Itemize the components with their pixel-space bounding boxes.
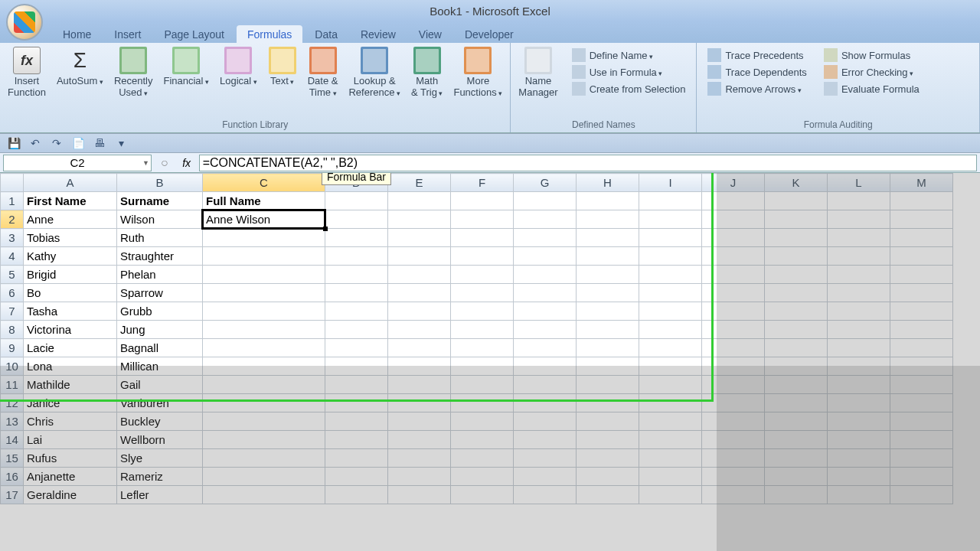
cell[interactable]: [325, 247, 388, 266]
col-header-E[interactable]: E: [388, 174, 451, 192]
chevron-down-icon[interactable]: ▼: [142, 159, 149, 167]
cell[interactable]: Vanburen: [117, 394, 203, 412]
cell[interactable]: [890, 229, 953, 247]
cell[interactable]: Gail: [117, 376, 203, 394]
cell[interactable]: [451, 302, 514, 321]
cell[interactable]: [325, 468, 388, 486]
col-header-F[interactable]: F: [451, 174, 514, 192]
cell[interactable]: [702, 431, 765, 449]
cell[interactable]: [890, 247, 953, 266]
cell[interactable]: Wellborn: [117, 431, 203, 449]
cell[interactable]: [702, 468, 765, 486]
text-button[interactable]: Text: [263, 44, 302, 90]
cell[interactable]: [388, 449, 451, 468]
insert-function-button[interactable]: fx Insert Function: [3, 44, 51, 101]
cell[interactable]: [577, 357, 639, 376]
cell[interactable]: Lona: [24, 357, 117, 376]
row-header[interactable]: 8: [1, 321, 24, 339]
cell[interactable]: [325, 302, 388, 321]
cell[interactable]: [702, 376, 765, 394]
row-header[interactable]: 10: [1, 357, 24, 376]
col-header-K[interactable]: K: [765, 174, 828, 192]
cell[interactable]: [325, 431, 388, 449]
cell[interactable]: [828, 210, 890, 229]
fx-icon[interactable]: fx: [179, 155, 194, 171]
cell[interactable]: Surname: [117, 192, 203, 210]
cell[interactable]: [203, 247, 325, 266]
cell[interactable]: [514, 357, 577, 376]
cell[interactable]: [639, 431, 702, 449]
cell[interactable]: [702, 210, 765, 229]
cell[interactable]: [828, 394, 890, 412]
cell[interactable]: [203, 321, 325, 339]
cell[interactable]: [890, 321, 953, 339]
cell[interactable]: [514, 376, 577, 394]
cell[interactable]: [765, 284, 828, 302]
row-header[interactable]: 1: [1, 192, 24, 210]
cell[interactable]: Victorina: [24, 321, 117, 339]
cell[interactable]: [765, 321, 828, 339]
cell[interactable]: Jung: [117, 321, 203, 339]
col-header-L[interactable]: L: [828, 174, 890, 192]
cell[interactable]: [828, 376, 890, 394]
cell[interactable]: Rameriz: [117, 468, 203, 486]
cell[interactable]: [828, 247, 890, 266]
cell[interactable]: [702, 229, 765, 247]
cell[interactable]: [702, 247, 765, 266]
cell[interactable]: [325, 284, 388, 302]
cell[interactable]: [828, 449, 890, 468]
cell[interactable]: [203, 468, 325, 486]
cell[interactable]: [765, 192, 828, 210]
cell[interactable]: [577, 431, 639, 449]
cell[interactable]: [451, 192, 514, 210]
cell[interactable]: [514, 412, 577, 431]
cell[interactable]: [828, 302, 890, 321]
cell[interactable]: [451, 357, 514, 376]
cell[interactable]: [388, 229, 451, 247]
cell[interactable]: [388, 192, 451, 210]
row-header[interactable]: 4: [1, 247, 24, 266]
cell[interactable]: [828, 486, 890, 504]
cell[interactable]: [203, 229, 325, 247]
cell[interactable]: [639, 376, 702, 394]
cell[interactable]: Geraldine: [24, 486, 117, 504]
cell[interactable]: [451, 412, 514, 431]
cell[interactable]: [890, 449, 953, 468]
redo-icon[interactable]: ↷: [49, 135, 64, 151]
tab-insert[interactable]: Insert: [103, 25, 152, 43]
cell[interactable]: [702, 284, 765, 302]
cell[interactable]: [765, 486, 828, 504]
cell[interactable]: [451, 247, 514, 266]
cell[interactable]: [203, 412, 325, 431]
name-box-input[interactable]: [4, 156, 151, 169]
lookup-reference-button[interactable]: Lookup & Reference: [344, 44, 405, 101]
cell[interactable]: [325, 449, 388, 468]
cell[interactable]: [388, 302, 451, 321]
row-header[interactable]: 13: [1, 412, 24, 431]
recently-used-button[interactable]: Recently Used: [109, 44, 158, 101]
cell[interactable]: [325, 357, 388, 376]
col-header-M[interactable]: M: [890, 174, 953, 192]
cell[interactable]: [765, 376, 828, 394]
cell[interactable]: [514, 247, 577, 266]
cell[interactable]: [514, 431, 577, 449]
error-checking-button[interactable]: Error Checking: [821, 64, 923, 80]
row-header[interactable]: 16: [1, 468, 24, 486]
cell[interactable]: [639, 449, 702, 468]
cell[interactable]: [514, 266, 577, 284]
cell[interactable]: Rufus: [24, 449, 117, 468]
cell[interactable]: [765, 210, 828, 229]
cell[interactable]: [890, 302, 953, 321]
cell[interactable]: [325, 210, 388, 229]
col-header-H[interactable]: H: [577, 174, 639, 192]
cell[interactable]: [451, 449, 514, 468]
more-functions-button[interactable]: More Functions: [449, 44, 507, 101]
cell[interactable]: [890, 486, 953, 504]
financial-button[interactable]: Financial: [158, 44, 214, 90]
cell[interactable]: Anne Wilson: [203, 210, 325, 229]
show-formulas-button[interactable]: Show Formulas: [821, 47, 923, 63]
cell[interactable]: [514, 339, 577, 357]
cell[interactable]: [702, 266, 765, 284]
qat-dropdown-icon[interactable]: ▾: [113, 135, 129, 151]
cell[interactable]: Janice: [24, 394, 117, 412]
